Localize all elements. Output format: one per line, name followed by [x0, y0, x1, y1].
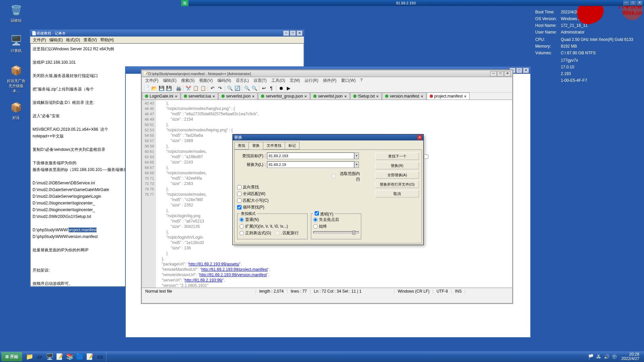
close-button[interactable]: ✕ — [297, 31, 303, 36]
notepadpp-titlebar[interactable]: 📝 D:\phpStudy\www\project.manifest - Not… — [142, 70, 512, 77]
tab-close-icon[interactable]: ✕ — [464, 95, 467, 98]
menu-item[interactable]: 工具(O) — [269, 77, 287, 84]
close-button[interactable]: ✕ — [523, 68, 529, 73]
quicklaunch-notepad-icon[interactable]: 📝 — [55, 352, 64, 361]
wordwrap-icon[interactable]: ↩ — [261, 85, 267, 92]
find-input[interactable] — [267, 153, 354, 159]
redo-icon[interactable]: ↷ — [217, 85, 223, 92]
dialog-tab[interactable]: 标记 — [285, 142, 300, 149]
cut-icon[interactable]: ✂️ — [185, 85, 192, 92]
mode-radio[interactable] — [239, 231, 244, 235]
find-icon[interactable]: 🔍 — [226, 85, 233, 92]
menu-item[interactable]: 格式(O) — [65, 37, 81, 43]
mode-radio[interactable] — [239, 218, 244, 222]
dialog-tab[interactable]: 替换 — [249, 142, 263, 149]
menu-item[interactable]: 插件(P) — [321, 77, 338, 84]
new-file-icon[interactable]: 📄 — [143, 85, 150, 92]
quicklaunch-server-icon[interactable]: 🖥️ — [45, 352, 54, 361]
save-all-icon[interactable]: 💾 — [165, 85, 172, 92]
menu-item[interactable]: 查看(V) — [82, 37, 98, 43]
menu-item[interactable]: 文件(F) — [143, 77, 160, 84]
remote-maximize-button[interactable]: □ — [630, 1, 636, 5]
tray-flag-icon[interactable]: 🏳️ — [588, 354, 594, 359]
dialog-titlebar[interactable]: 替换 ✕ — [233, 134, 423, 140]
maximize-button[interactable]: □ — [516, 68, 522, 73]
macro-play-icon[interactable]: ▶ — [285, 85, 292, 92]
desktop-icon[interactable]: 🗑️回收站 — [6, 3, 26, 23]
dialog-button[interactable]: 全部替换(A) — [375, 171, 419, 179]
in-selection-checkbox[interactable] — [331, 174, 336, 178]
menu-item[interactable]: ? — [358, 77, 365, 84]
dialog-button[interactable]: 替换所有打开文件(O) — [375, 181, 419, 188]
tab-close-icon[interactable]: ✕ — [175, 95, 177, 98]
extra-checkbox[interactable] — [424, 155, 428, 159]
dropdown-icon[interactable]: ▾ — [354, 153, 359, 159]
desktop-icon[interactable]: 📦好压 — [6, 101, 26, 120]
menu-item[interactable]: 搜索(S) — [179, 77, 197, 84]
tab-close-icon[interactable]: ✕ — [344, 95, 347, 98]
menu-item[interactable]: 编码(N) — [215, 77, 233, 84]
zoom-out-icon[interactable]: 🔍 — [251, 85, 258, 92]
option-checkbox[interactable] — [237, 205, 241, 209]
menu-item[interactable]: 帮助(H) — [99, 37, 115, 43]
replace-input[interactable] — [267, 161, 354, 168]
editor-tab[interactable]: serverlist_group.json✕ — [258, 93, 310, 100]
dialog-tab[interactable]: 文件查找 — [263, 142, 285, 149]
editor-tab[interactable]: version.manifest✕ — [382, 93, 426, 100]
menu-item[interactable]: 窗口(W) — [339, 77, 358, 84]
quicklaunch-library-icon[interactable]: 📚 — [65, 352, 74, 361]
dialog-button[interactable]: 查找下一个 — [375, 153, 419, 160]
menu-item[interactable]: 宏(M) — [288, 77, 302, 84]
close-icon[interactable]: ✕ — [417, 135, 422, 140]
tray-sound-icon[interactable]: 🔊 — [604, 354, 609, 359]
print-icon[interactable]: 🖨️ — [175, 85, 182, 92]
show-chars-icon[interactable]: ¶ — [268, 85, 275, 92]
menu-item[interactable]: 设置(T) — [252, 77, 269, 84]
zoom-in-icon[interactable]: 🔍 — [244, 85, 250, 92]
quicklaunch-explorer-icon[interactable]: 📁 — [25, 352, 34, 361]
notepad-titlebar[interactable]: 📄 搭建教程 - 记事本 ─ □ ✕ — [30, 30, 304, 37]
open-file-icon[interactable]: 📂 — [151, 85, 157, 92]
remote-close-button[interactable]: ✕ — [637, 1, 643, 5]
quicklaunch-desktop-icon[interactable]: ▭ — [95, 352, 105, 361]
close-button[interactable]: ✕ — [504, 71, 511, 76]
minimize-button[interactable]: ─ — [283, 31, 289, 36]
transparency-radio[interactable] — [313, 218, 318, 222]
dialog-tab[interactable]: 查找 — [234, 142, 249, 149]
maximize-button[interactable]: □ — [290, 31, 296, 36]
paste-icon[interactable]: 📋 — [200, 85, 206, 92]
start-button[interactable]: ⊞ 开始 — [1, 352, 22, 361]
option-checkbox[interactable] — [237, 192, 241, 196]
dialog-button[interactable]: 取消 — [375, 190, 419, 197]
editor-tab[interactable]: serverlist.json✕ — [218, 93, 258, 100]
tab-close-icon[interactable]: ✕ — [212, 95, 215, 98]
menu-item[interactable]: 文件(F) — [32, 37, 47, 43]
transparency-radio[interactable] — [313, 224, 318, 229]
replace-icon[interactable]: 🔄 — [234, 85, 240, 92]
menu-item[interactable]: 语言(L) — [234, 77, 251, 84]
remote-app-icon[interactable]: ⊞ — [181, 0, 189, 6]
undo-icon[interactable]: ↶ — [209, 85, 216, 92]
dialog-button[interactable]: 替换(R) — [375, 162, 419, 169]
editor-tab[interactable]: !Setup.txt✕ — [350, 93, 382, 100]
quicklaunch-powershell-icon[interactable]: ▱ — [35, 352, 44, 361]
editor-tab[interactable]: serverlist.json✕ — [310, 93, 350, 100]
desktop-icon[interactable]: 📦好压无广告无升级版本... — [6, 64, 26, 94]
tab-close-icon[interactable]: ✕ — [376, 95, 379, 98]
option-checkbox[interactable] — [237, 198, 241, 203]
regex-newline-checkbox[interactable] — [275, 231, 279, 235]
menu-item[interactable]: 视图(V) — [197, 77, 215, 84]
transparency-checkbox[interactable] — [315, 211, 319, 216]
remote-minimize-button[interactable]: ─ — [623, 1, 629, 5]
tab-close-icon[interactable]: ✕ — [252, 95, 255, 98]
tab-close-icon[interactable]: ✕ — [304, 95, 307, 98]
menu-item[interactable]: 编辑(E) — [48, 37, 64, 43]
minimize-button[interactable]: ─ — [490, 71, 497, 76]
editor-tab[interactable]: serverlist.lua✕ — [181, 93, 218, 100]
save-icon[interactable]: 💾 — [158, 85, 165, 92]
macro-record-icon[interactable]: ⏺ — [278, 85, 284, 92]
option-checkbox[interactable] — [237, 185, 241, 189]
tray-ime-icon[interactable]: ㊥ — [612, 354, 617, 360]
quicklaunch-notepadpp-icon[interactable]: 📝 — [85, 352, 95, 361]
tab-close-icon[interactable]: ✕ — [421, 95, 423, 98]
